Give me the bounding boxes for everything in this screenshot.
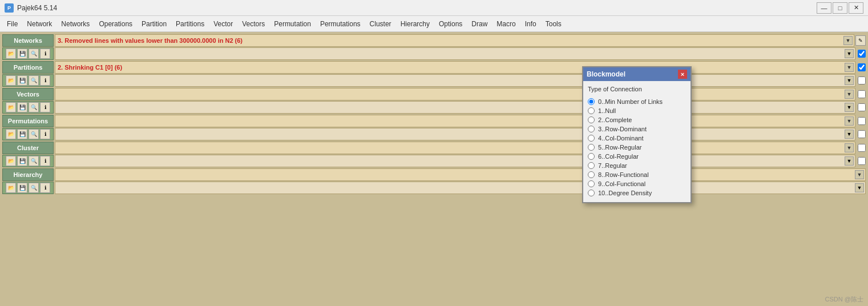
networks-section: Networks 3. Removed lines with values lo… — [2, 34, 866, 60]
networks-dropdown-1[interactable]: ▼ — [843, 36, 853, 45]
cluster-checkbox-2[interactable] — [858, 157, 866, 165]
partitions-search-btn[interactable]: 🔍 — [29, 75, 39, 86]
partitions-label: Partitions — [2, 61, 54, 74]
maximize-button[interactable]: □ — [833, 2, 847, 14]
dialog-close-button[interactable]: × — [678, 70, 687, 79]
menu-draw[interactable]: Draw — [467, 18, 492, 30]
dialog-subtitle: Type of Connection — [588, 86, 686, 92]
cluster-checkbox[interactable] — [858, 144, 866, 152]
radio-3[interactable] — [588, 126, 595, 132]
networks-save-btn[interactable]: 💾 — [17, 49, 27, 59]
permutations-checkbox-2[interactable] — [858, 130, 866, 138]
radio-label-6: 6..Col-Regular — [598, 153, 639, 160]
permutations-search-btn[interactable]: 🔍 — [29, 129, 39, 139]
menu-operations[interactable]: Operations — [94, 18, 137, 30]
menu-cluster[interactable]: Cluster — [365, 18, 396, 30]
hierarchy-save-btn[interactable]: 💾 — [17, 183, 27, 193]
menu-file[interactable]: File — [2, 18, 22, 30]
networks-search-btn[interactable]: 🔍 — [29, 49, 39, 59]
vectors-checkbox[interactable] — [858, 90, 866, 98]
menu-partitions[interactable]: Partitions — [171, 18, 209, 30]
menu-hierarchy[interactable]: Hierarchy — [396, 18, 434, 30]
cluster-info-btn[interactable]: ℹ — [40, 156, 50, 166]
radio-option-5: 5..Row-Regular — [588, 143, 686, 152]
hierarchy-empty-row: ▼ — [55, 182, 866, 194]
radio-0[interactable] — [588, 98, 595, 105]
minimize-button[interactable]: — — [817, 2, 831, 14]
vectors-label-row: Vectors ▼ — [2, 88, 866, 100]
permutations-dropdown-1[interactable]: ▼ — [845, 116, 854, 126]
networks-checkbox[interactable] — [858, 50, 866, 58]
vectors-toolbar: 📂 💾 🔍 ℹ — [2, 101, 54, 114]
menu-permutations[interactable]: Permutations — [316, 18, 365, 30]
hierarchy-dropdown-2[interactable]: ▼ — [855, 183, 864, 192]
permutations-dropdown-2[interactable]: ▼ — [845, 130, 854, 139]
hierarchy-search-btn[interactable]: 🔍 — [29, 183, 39, 193]
vectors-info-btn[interactable]: ℹ — [40, 102, 50, 112]
radio-1[interactable] — [588, 107, 595, 114]
close-button[interactable]: ✕ — [849, 2, 863, 14]
partitions-checkbox-2[interactable] — [858, 76, 866, 84]
radio-9[interactable] — [588, 180, 595, 187]
vectors-open-btn[interactable]: 📂 — [6, 102, 16, 112]
menu-network[interactable]: Network — [22, 18, 56, 30]
radio-label-9: 9..Col-Functional — [598, 180, 645, 187]
permutations-checkbox[interactable] — [858, 117, 866, 125]
cluster-open-btn[interactable]: 📂 — [6, 156, 16, 166]
menu-macro[interactable]: Macro — [492, 18, 520, 30]
cluster-save-btn[interactable]: 💾 — [17, 156, 27, 166]
partitions-toolbar-row: 📂 💾 🔍 ℹ ▼ — [2, 74, 866, 87]
cluster-dropdown-1[interactable]: ▼ — [845, 143, 854, 152]
networks-open-btn[interactable]: 📂 — [6, 49, 16, 59]
hierarchy-open-btn[interactable]: 📂 — [6, 183, 16, 193]
vectors-search-btn[interactable]: 🔍 — [29, 102, 39, 112]
partitions-save-btn[interactable]: 💾 — [17, 75, 27, 86]
hierarchy-dropdown-1[interactable]: ▼ — [855, 170, 864, 179]
hierarchy-section: Hierarchy ▼ 📂 💾 🔍 ℹ ▼ — [2, 168, 866, 194]
permutations-toolbar-row: 📂 💾 🔍 ℹ ▼ — [2, 128, 866, 140]
networks-info-btn[interactable]: ℹ — [40, 49, 50, 59]
partitions-info-btn[interactable]: ℹ — [40, 75, 50, 86]
menu-vector[interactable]: Vector — [209, 18, 237, 30]
permutations-info-btn[interactable]: ℹ — [40, 129, 50, 139]
cluster-dropdown-2[interactable]: ▼ — [845, 156, 854, 166]
radio-5[interactable] — [588, 144, 595, 151]
partitions-dropdown-1[interactable]: ▼ — [845, 63, 854, 72]
menu-tools[interactable]: Tools — [541, 18, 566, 30]
vectors-dropdown-1[interactable]: ▼ — [845, 90, 854, 99]
radio-option-0: 0..Min Number of Links — [588, 97, 686, 106]
networks-dropdown-2[interactable]: ▼ — [845, 49, 854, 58]
menu-partition[interactable]: Partition — [137, 18, 171, 30]
cluster-toolbar: 📂 💾 🔍 ℹ — [2, 155, 54, 167]
networks-edit-icon[interactable]: ✎ — [855, 35, 866, 46]
radio-4[interactable] — [588, 135, 595, 142]
menu-permutation[interactable]: Permutation — [269, 18, 316, 30]
networks-toolbar: 📂 💾 🔍 ℹ — [2, 47, 54, 60]
menu-options[interactable]: Options — [434, 18, 467, 30]
hierarchy-label-row: Hierarchy ▼ — [2, 168, 866, 181]
menu-info[interactable]: Info — [520, 18, 541, 30]
radio-8[interactable] — [588, 171, 595, 178]
cluster-section: Cluster ▼ 📂 💾 🔍 ℹ ▼ — [2, 142, 866, 167]
dialog-title: Blockmodel — [587, 70, 625, 78]
vectors-checkbox-2[interactable] — [858, 103, 866, 111]
partitions-dropdown-2[interactable]: ▼ — [845, 76, 854, 85]
radio-6[interactable] — [588, 153, 595, 160]
vectors-label: Vectors — [2, 88, 54, 100]
radio-7[interactable] — [588, 162, 595, 169]
permutations-open-btn[interactable]: 📂 — [6, 129, 16, 139]
radio-option-3: 3..Row-Dominant — [588, 124, 686, 134]
networks-label: Networks — [2, 34, 54, 47]
permutations-content: ▼ — [55, 115, 855, 127]
partitions-checkbox[interactable] — [858, 63, 866, 71]
menu-networks[interactable]: Networks — [56, 18, 94, 30]
partitions-open-btn[interactable]: 📂 — [6, 75, 16, 86]
permutations-save-btn[interactable]: 💾 — [17, 129, 27, 139]
radio-2[interactable] — [588, 116, 595, 123]
vectors-dropdown-2[interactable]: ▼ — [845, 103, 854, 112]
hierarchy-info-btn[interactable]: ℹ — [40, 183, 50, 193]
menu-vectors[interactable]: Vectors — [237, 18, 269, 30]
radio-10[interactable] — [588, 190, 595, 196]
cluster-search-btn[interactable]: 🔍 — [29, 156, 39, 166]
vectors-save-btn[interactable]: 💾 — [17, 102, 27, 112]
